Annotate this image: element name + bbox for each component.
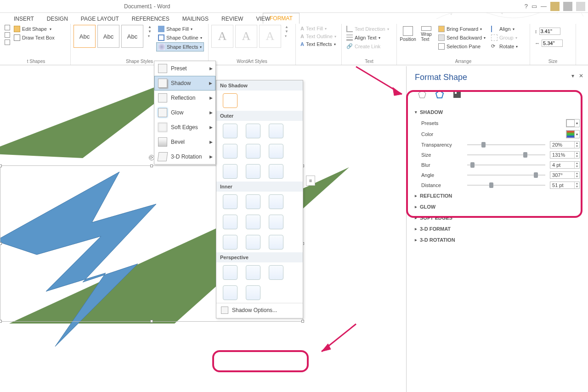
section-3d-rotation[interactable]: ▸3-D ROTATION xyxy=(415,234,580,245)
section-reflection[interactable]: ▸REFLECTION xyxy=(415,190,580,201)
shadow-inner-9[interactable] xyxy=(269,235,283,250)
section-glow[interactable]: ▸GLOW xyxy=(415,201,580,212)
pane-tab-effects[interactable] xyxy=(434,89,445,100)
shadow-outer-7[interactable] xyxy=(223,164,237,179)
selection-pane-button[interactable]: Selection Pane xyxy=(436,42,487,51)
wordart-gallery-down[interactable]: ▼ xyxy=(285,29,288,34)
style-gallery-down[interactable]: ▼ xyxy=(148,29,152,34)
wordart-gallery-more[interactable]: ▾ xyxy=(285,34,288,38)
pane-tab-layout[interactable] xyxy=(452,89,463,100)
wordart-gallery-up[interactable]: ▲ xyxy=(285,25,288,29)
shadow-outer-3[interactable] xyxy=(269,124,283,138)
tab-format[interactable]: FORMAT xyxy=(263,13,300,24)
section-shadow[interactable]: ▾SHADOW xyxy=(415,107,580,118)
fx-3d-rotation[interactable]: 3-D Rotation▶ xyxy=(154,149,215,164)
shadow-outer-5[interactable] xyxy=(246,144,260,159)
shadow-inner-1[interactable] xyxy=(223,194,237,209)
tab-design[interactable]: DESIGN xyxy=(40,14,74,24)
blur-value[interactable]: 4 pt xyxy=(550,162,573,168)
tab-review[interactable]: REVIEW xyxy=(215,14,249,24)
shadow-inner-7[interactable] xyxy=(223,235,237,250)
rotate-button[interactable]: ⟳Rotate▾ xyxy=(489,42,520,51)
ribbon-options-icon[interactable]: ▭ xyxy=(531,3,537,10)
fx-reflection[interactable]: Reflection▶ xyxy=(154,91,215,105)
shadow-outer-9[interactable] xyxy=(269,164,283,179)
presets-dropdown[interactable]: ▾ xyxy=(566,119,580,127)
tab-page-layout[interactable]: PAGE LAYOUT xyxy=(74,14,125,24)
prop-transparency: Transparency 20%▲▼ xyxy=(415,140,580,150)
account-color-2 xyxy=(563,2,572,11)
section-3d-format[interactable]: ▸3-D FORMAT xyxy=(415,223,580,234)
distance-slider[interactable] xyxy=(467,185,545,186)
angle-value[interactable]: 307° xyxy=(550,172,573,178)
shadow-outer-2[interactable] xyxy=(246,124,260,138)
wrap-text-button[interactable]: Wrap Text xyxy=(418,25,435,43)
layout-options-icon[interactable]: ≡ xyxy=(306,176,315,186)
shadow-inner-3[interactable] xyxy=(269,194,283,209)
shape-style-1[interactable]: Abc xyxy=(74,25,96,48)
shadow-inner-2[interactable] xyxy=(246,194,260,209)
size-slider[interactable] xyxy=(467,154,545,155)
wordart-style-1[interactable]: A xyxy=(211,25,233,48)
edit-shape-button[interactable]: Edit Shape▾ xyxy=(12,25,57,33)
shadow-inner-5[interactable] xyxy=(246,215,260,229)
shape-effects-button[interactable]: Shape Effects▾ xyxy=(156,42,204,51)
shadow-inner-6[interactable] xyxy=(269,215,283,229)
shadow-options-button[interactable]: Shadow Options... xyxy=(216,303,303,317)
shape-style-3[interactable]: Abc xyxy=(121,25,143,48)
bring-forward-button[interactable]: Bring Forward▾ xyxy=(436,25,487,33)
minimize-icon[interactable]: — xyxy=(541,3,547,10)
shadow-inner-4[interactable] xyxy=(223,215,237,229)
help-icon[interactable]: ? xyxy=(525,3,528,10)
transparency-slider[interactable] xyxy=(467,144,545,145)
shadow-outer-4[interactable] xyxy=(223,144,237,159)
section-soft-edges[interactable]: ▸SOFT EDGES xyxy=(415,212,580,223)
fx-preset[interactable]: Preset▶ xyxy=(154,61,215,76)
draw-text-box-button[interactable]: Draw Text Box xyxy=(12,34,57,42)
align-text-button[interactable]: Align Text▾ xyxy=(345,34,391,42)
style-gallery-more[interactable]: ▾ xyxy=(148,34,152,38)
shape-fill-button[interactable]: Shape Fill▾ xyxy=(156,25,204,33)
blur-slider[interactable] xyxy=(467,165,545,165)
shape-style-2[interactable]: Abc xyxy=(97,25,119,48)
shadow-outer-1[interactable] xyxy=(223,124,237,138)
pane-close-icon[interactable]: ▾ ✕ xyxy=(571,73,583,79)
fx-shadow[interactable]: Shadow▶ xyxy=(154,76,215,91)
size-value[interactable]: 131% xyxy=(550,152,573,158)
tab-insert[interactable]: INSERT xyxy=(7,14,40,24)
shape-outline-button[interactable]: Shape Outline▾ xyxy=(156,34,204,42)
transparency-value[interactable]: 20% xyxy=(550,142,573,148)
wordart-style-3[interactable]: A xyxy=(259,25,281,48)
position-button[interactable]: Position xyxy=(400,25,416,43)
send-backward-button[interactable]: Send Backward▾ xyxy=(436,34,487,42)
shadow-outer-6[interactable] xyxy=(269,144,283,159)
shadow-inner-8[interactable] xyxy=(246,235,260,250)
shadow-outer-8[interactable] xyxy=(246,164,260,179)
format-shape-pane: Format Shape ▾ ✕ ▾SHADOW Presets ▾ Color… xyxy=(406,66,588,392)
wordart-style-2[interactable]: A xyxy=(235,25,257,48)
shape-width-input[interactable] xyxy=(542,40,563,47)
fx-bevel[interactable]: Bevel▶ xyxy=(154,135,215,149)
group-arrange: Arrange xyxy=(397,59,530,64)
shadow-persp-3[interactable] xyxy=(269,265,283,280)
text-outline-button: AText Outline▾ xyxy=(299,33,338,40)
prop-distance: Distance 51 pt▲▼ xyxy=(415,180,580,190)
fx-glow[interactable]: Glow▶ xyxy=(154,105,215,120)
shadow-persp-4[interactable] xyxy=(223,285,237,300)
shadow-persp-2[interactable] xyxy=(246,265,260,280)
shadow-persp-5[interactable] xyxy=(246,285,260,300)
pane-tab-fill[interactable] xyxy=(417,89,428,100)
svg-marker-8 xyxy=(436,91,443,98)
shadow-none[interactable] xyxy=(223,93,237,108)
text-effects-button[interactable]: AText Effects▾ xyxy=(299,40,338,48)
tab-mailings[interactable]: MAILINGS xyxy=(176,14,215,24)
shadow-persp-1[interactable] xyxy=(223,265,237,280)
style-gallery-up[interactable]: ▲ xyxy=(148,25,152,29)
shadow-color-picker[interactable]: ▾ xyxy=(566,130,580,138)
shape-height-input[interactable] xyxy=(539,28,560,35)
angle-slider[interactable] xyxy=(467,175,545,176)
tab-references[interactable]: REFERENCES xyxy=(125,14,176,24)
fx-soft-edges[interactable]: Soft Edges▶ xyxy=(154,120,215,135)
align-button[interactable]: Align▾ xyxy=(489,25,520,33)
distance-value[interactable]: 51 pt xyxy=(550,182,573,188)
